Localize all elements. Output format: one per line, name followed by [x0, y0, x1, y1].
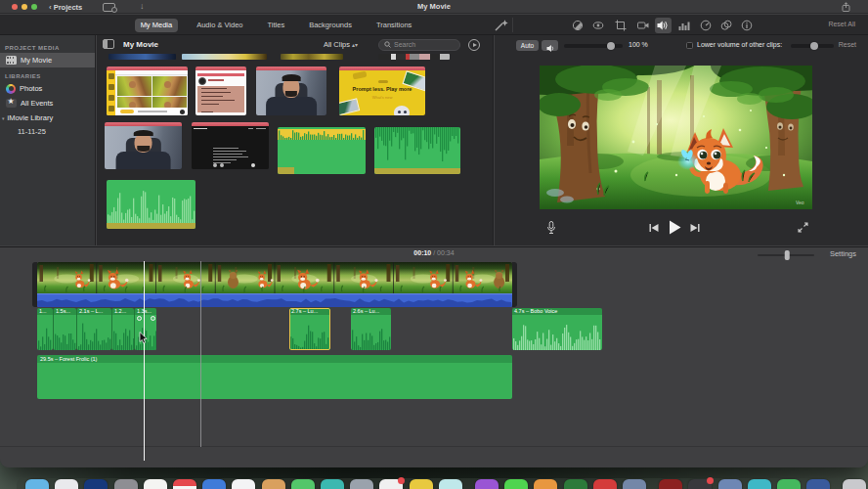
tab-transitions[interactable]: Transitions: [370, 19, 417, 32]
thumbnail-webcam-video[interactable]: [256, 67, 326, 115]
settings-button[interactable]: Settings: [830, 249, 856, 258]
dock-icon-app-cyan[interactable]: [439, 479, 462, 489]
auto-volume-button[interactable]: Auto: [516, 40, 539, 51]
clip-filter-dropdown[interactable]: All Clips▴▾: [324, 40, 358, 49]
speed-icon[interactable]: [698, 18, 715, 33]
sidebar-item-photos[interactable]: Photos: [0, 81, 95, 96]
color-balance-icon[interactable]: [570, 18, 586, 33]
dock-icon-app-slate[interactable]: [350, 479, 373, 489]
reset-button[interactable]: Reset: [839, 41, 856, 48]
play-icon[interactable]: [669, 220, 681, 235]
dock-icon-app-darkgreen[interactable]: [564, 479, 587, 489]
thumbnail-webcam-video-2[interactable]: [105, 122, 182, 169]
mini-filmstrip-clip[interactable]: [281, 54, 343, 60]
dock-icon-app-light[interactable]: [55, 479, 78, 489]
thumbnail-screen-recording[interactable]: [192, 122, 269, 169]
dock-icon-app-orange[interactable]: [534, 479, 557, 489]
timeline-audio-clip[interactable]: 2.7s – Lu...: [289, 308, 330, 350]
stabilization-icon[interactable]: [635, 18, 652, 33]
circle-arrow-icon[interactable]: [468, 39, 480, 51]
timeline-audio-clip[interactable]: 1...: [37, 308, 53, 350]
sidebar-item-imovie-library[interactable]: ▾ iMovie Library: [0, 111, 95, 125]
timeline-zoom-knob[interactable]: [785, 250, 790, 260]
noise-reduction-icon[interactable]: [676, 18, 693, 33]
thumbnail-audio-clip-2[interactable]: [374, 127, 460, 174]
dock-icon-app-navy[interactable]: [84, 479, 108, 489]
volume-icon[interactable]: [655, 18, 672, 33]
clip-trim-handle-right[interactable]: [512, 262, 517, 307]
dock-icon-app-green[interactable]: [291, 479, 315, 489]
reset-all-button[interactable]: Reset All: [828, 21, 855, 27]
dock-icon-notes[interactable]: [144, 479, 167, 489]
thumbnail-audio-clip-3[interactable]: [107, 180, 195, 229]
tab-audio-video[interactable]: Audio & Video: [191, 19, 248, 32]
volume-keyframe[interactable]: [151, 316, 155, 321]
voiceover-mic-icon[interactable]: [546, 221, 556, 235]
dock-icon-app-tan[interactable]: [262, 479, 285, 489]
sidebar-item-all-events[interactable]: All Events: [0, 96, 95, 111]
dock-icon-app-aqua[interactable]: [748, 479, 771, 489]
search-input[interactable]: Search: [378, 39, 460, 51]
dock-icon-finder[interactable]: [25, 479, 49, 489]
sidebar-item-event-date[interactable]: 11-11-25: [0, 125, 95, 139]
playhead[interactable]: [144, 261, 145, 461]
notification-badge: [398, 477, 405, 484]
timeline-music-clip[interactable]: 29.5s – Forest Frolic (1): [37, 355, 512, 399]
audio-loud-band: [278, 129, 366, 140]
lower-volume-slider[interactable]: [791, 44, 834, 48]
tab-backgrounds[interactable]: Backgrounds: [303, 19, 358, 32]
dock-icon-app-dblue[interactable]: [806, 479, 830, 489]
info-icon[interactable]: [739, 18, 756, 33]
timeline-audio-clip[interactable]: 4.7s – Bobo Voice: [512, 308, 602, 350]
effects-icon[interactable]: [718, 18, 735, 33]
viewer-panel: Auto 100 % Lower volume of other clips: …: [495, 35, 868, 245]
share-icon[interactable]: [842, 2, 850, 12]
tab-my-media[interactable]: My Media: [135, 19, 179, 32]
timeline-zoom-slider[interactable]: [758, 254, 814, 257]
dock-icon-app-yellow[interactable]: [410, 479, 433, 489]
crop-icon[interactable]: [613, 18, 629, 33]
dock-icon-app-darkred[interactable]: [659, 479, 682, 489]
previous-frame-icon[interactable]: [649, 223, 659, 233]
dock-icon-app-blgr[interactable]: [623, 479, 646, 489]
volume-keyframe[interactable]: [137, 316, 142, 321]
sidebar-item-my-movie[interactable]: My Movie: [0, 53, 95, 67]
enhance-wand-icon[interactable]: [494, 18, 509, 32]
volume-slider-knob[interactable]: [607, 42, 615, 50]
tab-titles[interactable]: Titles: [262, 19, 291, 32]
timeline-audio-clip[interactable]: 2.6s – Lu...: [351, 308, 391, 350]
mini-filmstrip-clip[interactable]: [182, 54, 267, 60]
mini-filmstrip-clip[interactable]: [378, 54, 450, 60]
fullscreen-icon[interactable]: [798, 222, 808, 233]
volume-slider[interactable]: [564, 44, 623, 48]
lower-volume-checkbox[interactable]: [686, 42, 693, 49]
thumbnail-audio-clip-1[interactable]: [278, 127, 366, 174]
color-correction-icon[interactable]: [590, 18, 607, 33]
timeline-video-clip[interactable]: [37, 262, 512, 307]
thumbnail-document-video[interactable]: [195, 67, 246, 115]
thumbnail-promo-video[interactable]: Prompt less. Play moreWhat's new: [339, 67, 425, 115]
timeline-audio-clip[interactable]: 1.5s...: [53, 308, 76, 350]
dock-icon-mail[interactable]: [379, 479, 403, 489]
dock-icon-app-purple[interactable]: [475, 479, 499, 489]
libraries-header: LIBRARIES: [0, 67, 95, 81]
dock-icon-app-gray[interactable]: [114, 479, 138, 489]
dock-icon-app-teal[interactable]: [321, 479, 344, 489]
sidebar-toggle-icon[interactable]: [103, 39, 114, 49]
dock-icon-calendar[interactable]: [173, 479, 196, 489]
dock-icon-app-blue[interactable]: [202, 479, 226, 489]
dock-icon-trash[interactable]: [843, 479, 866, 489]
mini-filmstrip-clip[interactable]: [108, 54, 176, 60]
timeline-audio-clip[interactable]: 2.1s – L...: [76, 308, 111, 350]
dock-icon-app-green2[interactable]: [504, 479, 528, 489]
dock-icon-app-steel[interactable]: [718, 479, 742, 489]
lower-volume-slider-knob[interactable]: [810, 42, 818, 50]
dock-icon-app-red[interactable]: [593, 479, 617, 489]
next-frame-icon[interactable]: [690, 223, 700, 233]
thumbnail-collage-video[interactable]: [107, 67, 188, 115]
mute-button[interactable]: [542, 40, 558, 51]
timeline-audio-clip[interactable]: 1.2...: [111, 308, 134, 350]
dock-icon-app-green3[interactable]: [777, 479, 801, 489]
dock-icon-app-dark[interactable]: [688, 479, 712, 489]
dock-icon-photos[interactable]: [232, 479, 255, 489]
